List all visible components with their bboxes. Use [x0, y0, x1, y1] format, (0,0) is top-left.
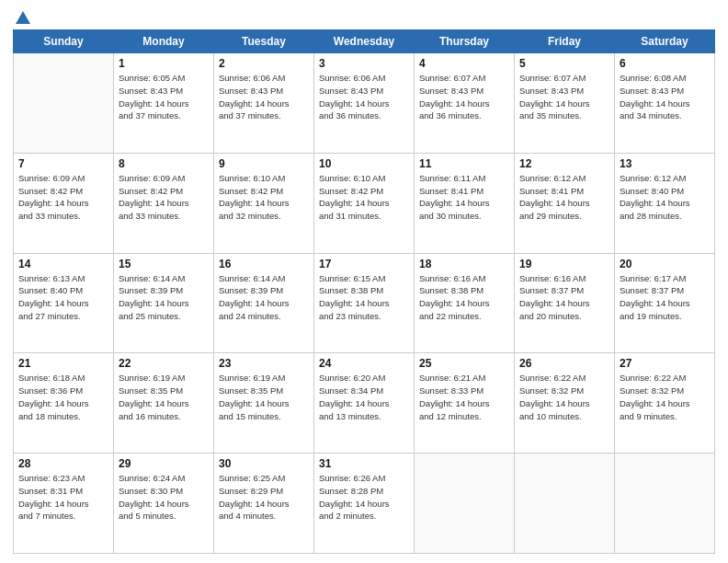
day-number: 20: [620, 258, 710, 270]
day-number: 30: [219, 457, 309, 470]
calendar-cell: 15Sunrise: 6:14 AM Sunset: 8:39 PM Dayli…: [114, 253, 214, 353]
day-number: 12: [519, 157, 609, 170]
cell-text: Sunrise: 6:08 AM Sunset: 8:43 PM Dayligh…: [620, 72, 710, 122]
logo-text: [13, 9, 33, 24]
day-number: 16: [219, 258, 309, 270]
cell-text: Sunrise: 6:23 AM Sunset: 8:31 PM Dayligh…: [18, 472, 108, 523]
cell-text: Sunrise: 6:20 AM Sunset: 8:34 PM Dayligh…: [319, 372, 409, 422]
calendar-cell: 26Sunrise: 6:22 AM Sunset: 8:32 PM Dayli…: [515, 353, 615, 454]
weekday-header-monday: Monday: [114, 30, 214, 53]
calendar-week-3: 14Sunrise: 6:13 AM Sunset: 8:40 PM Dayli…: [14, 253, 715, 353]
weekday-header-friday: Friday: [515, 30, 615, 53]
cell-text: Sunrise: 6:10 AM Sunset: 8:42 PM Dayligh…: [319, 172, 409, 223]
cell-text: Sunrise: 6:19 AM Sunset: 8:35 PM Dayligh…: [219, 372, 309, 422]
header: [13, 9, 715, 24]
cell-text: Sunrise: 6:19 AM Sunset: 8:35 PM Dayligh…: [119, 372, 209, 422]
calendar-cell: 8Sunrise: 6:09 AM Sunset: 8:42 PM Daylig…: [114, 153, 214, 253]
page: SundayMondayTuesdayWednesdayThursdayFrid…: [0, 0, 728, 563]
logo-icon: [14, 9, 32, 28]
calendar-week-5: 28Sunrise: 6:23 AM Sunset: 8:31 PM Dayli…: [14, 454, 715, 554]
logo: [13, 9, 33, 24]
day-number: 1: [119, 57, 209, 70]
cell-text: Sunrise: 6:11 AM Sunset: 8:41 PM Dayligh…: [419, 172, 509, 223]
calendar-cell: 31Sunrise: 6:26 AM Sunset: 8:28 PM Dayli…: [314, 454, 415, 554]
calendar-cell: [615, 454, 715, 554]
cell-text: Sunrise: 6:18 AM Sunset: 8:36 PM Dayligh…: [18, 372, 108, 422]
calendar-cell: 16Sunrise: 6:14 AM Sunset: 8:39 PM Dayli…: [214, 253, 314, 353]
cell-text: Sunrise: 6:14 AM Sunset: 8:39 PM Dayligh…: [219, 272, 309, 323]
day-number: 6: [620, 57, 710, 70]
cell-text: Sunrise: 6:15 AM Sunset: 8:38 PM Dayligh…: [319, 272, 409, 323]
calendar-cell: 21Sunrise: 6:18 AM Sunset: 8:36 PM Dayli…: [14, 353, 114, 454]
day-number: 23: [219, 357, 309, 370]
cell-text: Sunrise: 6:07 AM Sunset: 8:43 PM Dayligh…: [519, 72, 609, 122]
calendar-cell: 10Sunrise: 6:10 AM Sunset: 8:42 PM Dayli…: [314, 153, 415, 253]
day-number: 14: [18, 258, 108, 270]
day-number: 2: [219, 57, 309, 70]
calendar-cell: 28Sunrise: 6:23 AM Sunset: 8:31 PM Dayli…: [14, 454, 114, 554]
cell-text: Sunrise: 6:22 AM Sunset: 8:32 PM Dayligh…: [519, 372, 609, 422]
day-number: 7: [18, 157, 108, 170]
calendar-cell: [415, 454, 515, 554]
calendar-cell: 25Sunrise: 6:21 AM Sunset: 8:33 PM Dayli…: [415, 353, 515, 454]
calendar-table: SundayMondayTuesdayWednesdayThursdayFrid…: [13, 29, 715, 554]
day-number: 21: [18, 357, 108, 370]
calendar-cell: 17Sunrise: 6:15 AM Sunset: 8:38 PM Dayli…: [314, 253, 415, 353]
calendar-cell: 19Sunrise: 6:16 AM Sunset: 8:37 PM Dayli…: [515, 253, 615, 353]
weekday-header-tuesday: Tuesday: [214, 30, 314, 53]
cell-text: Sunrise: 6:09 AM Sunset: 8:42 PM Dayligh…: [18, 172, 108, 223]
calendar-cell: 2Sunrise: 6:06 AM Sunset: 8:43 PM Daylig…: [214, 53, 314, 154]
weekday-header-sunday: Sunday: [14, 30, 114, 53]
day-number: 28: [18, 457, 108, 470]
calendar-cell: 13Sunrise: 6:12 AM Sunset: 8:40 PM Dayli…: [615, 153, 715, 253]
calendar-cell: 5Sunrise: 6:07 AM Sunset: 8:43 PM Daylig…: [515, 53, 615, 154]
weekday-header-saturday: Saturday: [615, 30, 715, 53]
calendar-cell: 24Sunrise: 6:20 AM Sunset: 8:34 PM Dayli…: [314, 353, 415, 454]
calendar-cell: 14Sunrise: 6:13 AM Sunset: 8:40 PM Dayli…: [14, 253, 114, 353]
cell-text: Sunrise: 6:16 AM Sunset: 8:38 PM Dayligh…: [419, 272, 509, 323]
calendar-cell: 7Sunrise: 6:09 AM Sunset: 8:42 PM Daylig…: [14, 153, 114, 253]
day-number: 8: [119, 157, 209, 170]
calendar-cell: 4Sunrise: 6:07 AM Sunset: 8:43 PM Daylig…: [415, 53, 515, 154]
day-number: 24: [319, 357, 409, 370]
day-number: 29: [119, 457, 209, 470]
cell-text: Sunrise: 6:22 AM Sunset: 8:32 PM Dayligh…: [620, 372, 710, 422]
cell-text: Sunrise: 6:24 AM Sunset: 8:30 PM Dayligh…: [119, 472, 209, 523]
calendar-week-1: 1Sunrise: 6:05 AM Sunset: 8:43 PM Daylig…: [14, 53, 715, 154]
calendar-cell: 29Sunrise: 6:24 AM Sunset: 8:30 PM Dayli…: [114, 454, 214, 554]
calendar-cell: [14, 53, 114, 154]
day-number: 25: [419, 357, 509, 370]
cell-text: Sunrise: 6:06 AM Sunset: 8:43 PM Dayligh…: [319, 72, 409, 122]
cell-text: Sunrise: 6:07 AM Sunset: 8:43 PM Dayligh…: [419, 72, 509, 122]
day-number: 5: [519, 57, 609, 70]
calendar-week-2: 7Sunrise: 6:09 AM Sunset: 8:42 PM Daylig…: [14, 153, 715, 253]
day-number: 10: [319, 157, 409, 170]
day-number: 31: [319, 457, 409, 470]
cell-text: Sunrise: 6:25 AM Sunset: 8:29 PM Dayligh…: [219, 472, 309, 523]
day-number: 18: [419, 258, 509, 270]
cell-text: Sunrise: 6:13 AM Sunset: 8:40 PM Dayligh…: [18, 272, 108, 323]
calendar-cell: 11Sunrise: 6:11 AM Sunset: 8:41 PM Dayli…: [415, 153, 515, 253]
weekday-header-wednesday: Wednesday: [314, 30, 415, 53]
day-number: 27: [620, 357, 710, 370]
calendar-cell: 3Sunrise: 6:06 AM Sunset: 8:43 PM Daylig…: [314, 53, 415, 154]
calendar-cell: 18Sunrise: 6:16 AM Sunset: 8:38 PM Dayli…: [415, 253, 515, 353]
calendar-cell: 22Sunrise: 6:19 AM Sunset: 8:35 PM Dayli…: [114, 353, 214, 454]
calendar-cell: 12Sunrise: 6:12 AM Sunset: 8:41 PM Dayli…: [515, 153, 615, 253]
svg-marker-0: [16, 11, 30, 24]
cell-text: Sunrise: 6:26 AM Sunset: 8:28 PM Dayligh…: [319, 472, 409, 523]
calendar-cell: 6Sunrise: 6:08 AM Sunset: 8:43 PM Daylig…: [615, 53, 715, 154]
day-number: 19: [519, 258, 609, 270]
day-number: 3: [319, 57, 409, 70]
calendar-cell: 30Sunrise: 6:25 AM Sunset: 8:29 PM Dayli…: [214, 454, 314, 554]
cell-text: Sunrise: 6:16 AM Sunset: 8:37 PM Dayligh…: [519, 272, 609, 323]
cell-text: Sunrise: 6:10 AM Sunset: 8:42 PM Dayligh…: [219, 172, 309, 223]
cell-text: Sunrise: 6:06 AM Sunset: 8:43 PM Dayligh…: [219, 72, 309, 122]
cell-text: Sunrise: 6:12 AM Sunset: 8:41 PM Dayligh…: [519, 172, 609, 223]
cell-text: Sunrise: 6:17 AM Sunset: 8:37 PM Dayligh…: [620, 272, 710, 323]
cell-text: Sunrise: 6:14 AM Sunset: 8:39 PM Dayligh…: [119, 272, 209, 323]
calendar-cell: 20Sunrise: 6:17 AM Sunset: 8:37 PM Dayli…: [615, 253, 715, 353]
weekday-header-row: SundayMondayTuesdayWednesdayThursdayFrid…: [14, 30, 715, 53]
calendar-week-4: 21Sunrise: 6:18 AM Sunset: 8:36 PM Dayli…: [14, 353, 715, 454]
day-number: 11: [419, 157, 509, 170]
